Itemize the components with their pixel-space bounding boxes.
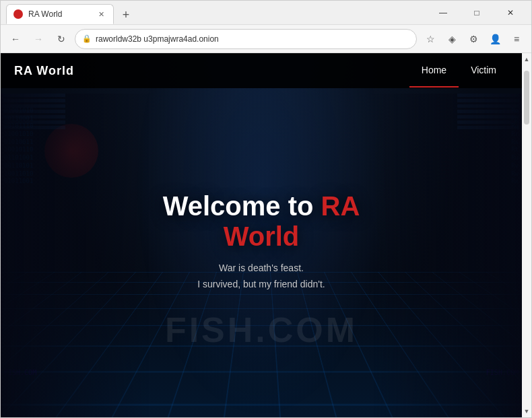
tab-close-button[interactable]: ✕ xyxy=(96,9,106,20)
back-button[interactable]: ← xyxy=(6,30,25,48)
new-tab-button[interactable]: + xyxy=(117,5,135,24)
scrollbar-arrow-down[interactable]: ▼ xyxy=(522,407,531,416)
profile-button[interactable]: 👤 xyxy=(486,30,504,48)
tab-strip: RA World ✕ + xyxy=(6,1,428,24)
hero-subtitle-1: War is death's feast. xyxy=(131,263,392,273)
scrollbar-arrow-up[interactable]: ▲ xyxy=(522,55,531,64)
nav-link-home[interactable]: Home xyxy=(409,54,459,88)
shield-button[interactable]: ◈ xyxy=(442,30,461,48)
address-bar[interactable]: 🔒 raworldw32b u3pmajwra4ad.onion xyxy=(75,29,417,49)
site-navbar: RA World Home Victim xyxy=(1,53,522,88)
browser-body: 01001010 10110001 00101110 11001010 0101… xyxy=(1,53,531,417)
refresh-button[interactable]: ↻ xyxy=(52,30,71,48)
tab-title: RA World xyxy=(28,9,90,19)
forward-button[interactable]: → xyxy=(29,30,48,48)
menu-button[interactable]: ≡ xyxy=(507,30,526,48)
lock-icon: 🔒 xyxy=(82,34,92,43)
hero-title: Welcome to RA World xyxy=(131,191,392,252)
active-tab[interactable]: RA World ✕ xyxy=(6,4,114,24)
nav-link-victim[interactable]: Victim xyxy=(459,54,508,88)
scrollbar-track[interactable]: ▲ ▼ xyxy=(522,53,531,417)
minimize-button[interactable]: — xyxy=(428,2,459,24)
website: 01001010 10110001 00101110 11001010 0101… xyxy=(1,53,522,417)
extensions-button[interactable]: ⚙ xyxy=(464,30,483,48)
scrollbar-thumb[interactable] xyxy=(524,71,529,125)
hero-content: Welcome to RA World War is death's feast… xyxy=(131,191,392,289)
site-nav-links: Home Victim xyxy=(409,54,508,88)
nav-icons: ☆ ◈ ⚙ 👤 ≡ xyxy=(421,30,526,48)
browser-window: RA World ✕ + — □ ✕ ← → ↻ 🔒 raworldw32b u… xyxy=(0,0,532,418)
tunnel-right xyxy=(374,94,522,417)
maximize-button[interactable]: □ xyxy=(461,2,492,24)
tunnel-left xyxy=(1,94,149,417)
site-brand: RA World xyxy=(14,64,74,78)
hero-title-prefix: Welcome to xyxy=(163,191,321,221)
nav-bar: ← → ↻ 🔒 raworldw32b u3pmajwra4ad.onion ☆… xyxy=(1,25,531,53)
bookmark-button[interactable]: ☆ xyxy=(421,30,440,48)
title-bar: RA World ✕ + — □ ✕ xyxy=(1,1,531,25)
hero-subtitle-2: I survived, but my friend didn't. xyxy=(131,279,392,289)
page-content: 01001010 10110001 00101110 11001010 0101… xyxy=(1,53,522,417)
tab-favicon xyxy=(13,9,23,19)
window-controls: — □ ✕ xyxy=(428,2,526,24)
address-text: raworldw32b u3pmajwra4ad.onion xyxy=(96,34,409,44)
close-button[interactable]: ✕ xyxy=(495,2,526,24)
